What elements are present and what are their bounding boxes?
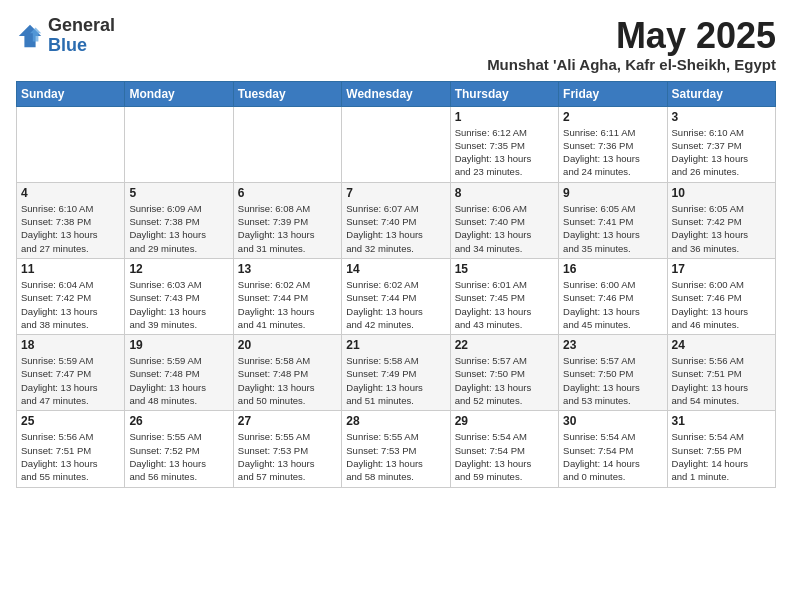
day-number: 6: [238, 186, 337, 200]
day-number: 17: [672, 262, 771, 276]
day-cell: 17Sunrise: 6:00 AMSunset: 7:46 PMDayligh…: [667, 258, 775, 334]
logo: General Blue: [16, 16, 115, 56]
day-number: 7: [346, 186, 445, 200]
day-info: Sunrise: 6:06 AMSunset: 7:40 PMDaylight:…: [455, 202, 554, 255]
day-info: Sunrise: 5:58 AMSunset: 7:49 PMDaylight:…: [346, 354, 445, 407]
day-info: Sunrise: 6:09 AMSunset: 7:38 PMDaylight:…: [129, 202, 228, 255]
calendar-subtitle: Munshat 'Ali Agha, Kafr el-Sheikh, Egypt: [487, 56, 776, 73]
day-info: Sunrise: 6:00 AMSunset: 7:46 PMDaylight:…: [563, 278, 662, 331]
day-cell: 20Sunrise: 5:58 AMSunset: 7:48 PMDayligh…: [233, 335, 341, 411]
day-cell: 11Sunrise: 6:04 AMSunset: 7:42 PMDayligh…: [17, 258, 125, 334]
day-info: Sunrise: 6:11 AMSunset: 7:36 PMDaylight:…: [563, 126, 662, 179]
day-cell: 10Sunrise: 6:05 AMSunset: 7:42 PMDayligh…: [667, 182, 775, 258]
day-info: Sunrise: 5:56 AMSunset: 7:51 PMDaylight:…: [21, 430, 120, 483]
day-info: Sunrise: 6:02 AMSunset: 7:44 PMDaylight:…: [238, 278, 337, 331]
day-cell: 16Sunrise: 6:00 AMSunset: 7:46 PMDayligh…: [559, 258, 667, 334]
logo-icon: [16, 22, 44, 50]
day-cell: 28Sunrise: 5:55 AMSunset: 7:53 PMDayligh…: [342, 411, 450, 487]
header-cell-sunday: Sunday: [17, 81, 125, 106]
day-number: 4: [21, 186, 120, 200]
day-cell: 27Sunrise: 5:55 AMSunset: 7:53 PMDayligh…: [233, 411, 341, 487]
day-number: 19: [129, 338, 228, 352]
day-info: Sunrise: 5:59 AMSunset: 7:47 PMDaylight:…: [21, 354, 120, 407]
day-number: 25: [21, 414, 120, 428]
day-number: 26: [129, 414, 228, 428]
day-info: Sunrise: 6:04 AMSunset: 7:42 PMDaylight:…: [21, 278, 120, 331]
day-cell: 31Sunrise: 5:54 AMSunset: 7:55 PMDayligh…: [667, 411, 775, 487]
header-cell-tuesday: Tuesday: [233, 81, 341, 106]
day-cell: [233, 106, 341, 182]
day-info: Sunrise: 6:01 AMSunset: 7:45 PMDaylight:…: [455, 278, 554, 331]
day-number: 14: [346, 262, 445, 276]
day-info: Sunrise: 5:54 AMSunset: 7:54 PMDaylight:…: [563, 430, 662, 483]
week-row-2: 4Sunrise: 6:10 AMSunset: 7:38 PMDaylight…: [17, 182, 776, 258]
day-number: 24: [672, 338, 771, 352]
day-cell: 21Sunrise: 5:58 AMSunset: 7:49 PMDayligh…: [342, 335, 450, 411]
day-cell: 9Sunrise: 6:05 AMSunset: 7:41 PMDaylight…: [559, 182, 667, 258]
header-cell-wednesday: Wednesday: [342, 81, 450, 106]
header-cell-saturday: Saturday: [667, 81, 775, 106]
calendar-body: 1Sunrise: 6:12 AMSunset: 7:35 PMDaylight…: [17, 106, 776, 487]
day-info: Sunrise: 5:57 AMSunset: 7:50 PMDaylight:…: [455, 354, 554, 407]
day-info: Sunrise: 6:02 AMSunset: 7:44 PMDaylight:…: [346, 278, 445, 331]
day-info: Sunrise: 5:55 AMSunset: 7:53 PMDaylight:…: [238, 430, 337, 483]
day-info: Sunrise: 6:05 AMSunset: 7:41 PMDaylight:…: [563, 202, 662, 255]
day-info: Sunrise: 6:12 AMSunset: 7:35 PMDaylight:…: [455, 126, 554, 179]
day-info: Sunrise: 6:08 AMSunset: 7:39 PMDaylight:…: [238, 202, 337, 255]
day-cell: 24Sunrise: 5:56 AMSunset: 7:51 PMDayligh…: [667, 335, 775, 411]
day-info: Sunrise: 6:05 AMSunset: 7:42 PMDaylight:…: [672, 202, 771, 255]
day-info: Sunrise: 6:07 AMSunset: 7:40 PMDaylight:…: [346, 202, 445, 255]
day-info: Sunrise: 5:54 AMSunset: 7:55 PMDaylight:…: [672, 430, 771, 483]
day-cell: 4Sunrise: 6:10 AMSunset: 7:38 PMDaylight…: [17, 182, 125, 258]
day-cell: [17, 106, 125, 182]
day-info: Sunrise: 5:57 AMSunset: 7:50 PMDaylight:…: [563, 354, 662, 407]
day-number: 27: [238, 414, 337, 428]
calendar-table: SundayMondayTuesdayWednesdayThursdayFrid…: [16, 81, 776, 488]
day-cell: 18Sunrise: 5:59 AMSunset: 7:47 PMDayligh…: [17, 335, 125, 411]
day-number: 3: [672, 110, 771, 124]
day-number: 29: [455, 414, 554, 428]
day-cell: 14Sunrise: 6:02 AMSunset: 7:44 PMDayligh…: [342, 258, 450, 334]
calendar-header: SundayMondayTuesdayWednesdayThursdayFrid…: [17, 81, 776, 106]
header-row: SundayMondayTuesdayWednesdayThursdayFrid…: [17, 81, 776, 106]
day-number: 11: [21, 262, 120, 276]
day-info: Sunrise: 6:00 AMSunset: 7:46 PMDaylight:…: [672, 278, 771, 331]
day-cell: 6Sunrise: 6:08 AMSunset: 7:39 PMDaylight…: [233, 182, 341, 258]
day-cell: [125, 106, 233, 182]
day-cell: 29Sunrise: 5:54 AMSunset: 7:54 PMDayligh…: [450, 411, 558, 487]
header: General Blue May 2025 Munshat 'Ali Agha,…: [16, 16, 776, 73]
day-number: 22: [455, 338, 554, 352]
day-cell: 5Sunrise: 6:09 AMSunset: 7:38 PMDaylight…: [125, 182, 233, 258]
day-info: Sunrise: 6:03 AMSunset: 7:43 PMDaylight:…: [129, 278, 228, 331]
day-number: 8: [455, 186, 554, 200]
day-number: 18: [21, 338, 120, 352]
day-cell: 23Sunrise: 5:57 AMSunset: 7:50 PMDayligh…: [559, 335, 667, 411]
day-cell: 3Sunrise: 6:10 AMSunset: 7:37 PMDaylight…: [667, 106, 775, 182]
day-number: 21: [346, 338, 445, 352]
day-number: 13: [238, 262, 337, 276]
day-cell: 30Sunrise: 5:54 AMSunset: 7:54 PMDayligh…: [559, 411, 667, 487]
header-cell-thursday: Thursday: [450, 81, 558, 106]
day-number: 2: [563, 110, 662, 124]
header-cell-friday: Friday: [559, 81, 667, 106]
day-cell: 1Sunrise: 6:12 AMSunset: 7:35 PMDaylight…: [450, 106, 558, 182]
day-info: Sunrise: 5:55 AMSunset: 7:53 PMDaylight:…: [346, 430, 445, 483]
day-cell: 7Sunrise: 6:07 AMSunset: 7:40 PMDaylight…: [342, 182, 450, 258]
day-cell: 22Sunrise: 5:57 AMSunset: 7:50 PMDayligh…: [450, 335, 558, 411]
title-area: May 2025 Munshat 'Ali Agha, Kafr el-Shei…: [487, 16, 776, 73]
day-info: Sunrise: 5:54 AMSunset: 7:54 PMDaylight:…: [455, 430, 554, 483]
day-number: 31: [672, 414, 771, 428]
week-row-5: 25Sunrise: 5:56 AMSunset: 7:51 PMDayligh…: [17, 411, 776, 487]
day-number: 16: [563, 262, 662, 276]
logo-text: General Blue: [48, 16, 115, 56]
day-cell: 26Sunrise: 5:55 AMSunset: 7:52 PMDayligh…: [125, 411, 233, 487]
day-number: 5: [129, 186, 228, 200]
day-cell: [342, 106, 450, 182]
calendar-title: May 2025: [487, 16, 776, 56]
day-number: 12: [129, 262, 228, 276]
day-number: 30: [563, 414, 662, 428]
week-row-3: 11Sunrise: 6:04 AMSunset: 7:42 PMDayligh…: [17, 258, 776, 334]
week-row-1: 1Sunrise: 6:12 AMSunset: 7:35 PMDaylight…: [17, 106, 776, 182]
day-info: Sunrise: 6:10 AMSunset: 7:37 PMDaylight:…: [672, 126, 771, 179]
day-info: Sunrise: 5:58 AMSunset: 7:48 PMDaylight:…: [238, 354, 337, 407]
